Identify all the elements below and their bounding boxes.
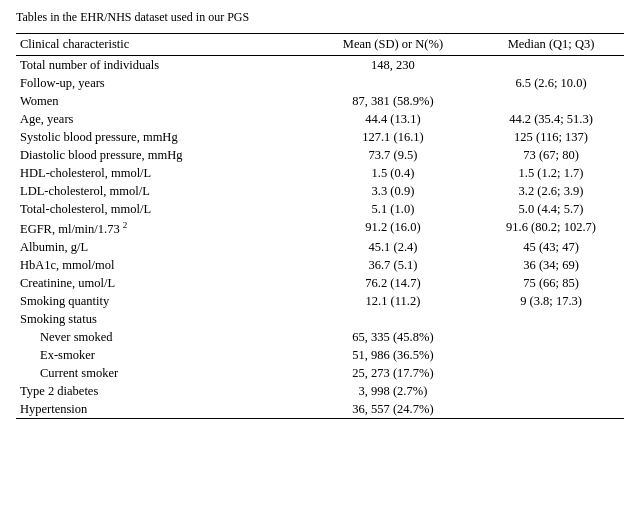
cell-mean xyxy=(308,310,478,328)
table-row: Hypertension36, 557 (24.7%) xyxy=(16,400,624,419)
cell-mean: 1.5 (0.4) xyxy=(308,164,478,182)
table-row: Never smoked65, 335 (45.8%) xyxy=(16,328,624,346)
cell-median: 75 (66; 85) xyxy=(478,274,624,292)
cell-median: 6.5 (2.6; 10.0) xyxy=(478,74,624,92)
cell-characteristic: Never smoked xyxy=(16,328,308,346)
table-row: Total number of individuals148, 230 xyxy=(16,56,624,75)
table-row: Creatinine, umol/L76.2 (14.7)75 (66; 85) xyxy=(16,274,624,292)
cell-median: 3.2 (2.6; 3.9) xyxy=(478,182,624,200)
cell-median: 125 (116; 137) xyxy=(478,128,624,146)
cell-mean: 65, 335 (45.8%) xyxy=(308,328,478,346)
cell-characteristic: HDL-cholesterol, mmol/L xyxy=(16,164,308,182)
table-row: Women87, 381 (58.9%) xyxy=(16,92,624,110)
cell-characteristic: Total-cholesterol, mmol/L xyxy=(16,200,308,218)
cell-characteristic: Ex-smoker xyxy=(16,346,308,364)
cell-median: 91.6 (80.2; 102.7) xyxy=(478,218,624,238)
table-row: HDL-cholesterol, mmol/L1.5 (0.4)1.5 (1.2… xyxy=(16,164,624,182)
cell-median: 44.2 (35.4; 51.3) xyxy=(478,110,624,128)
table-header-row: Clinical characteristic Mean (SD) or N(%… xyxy=(16,34,624,56)
cell-median xyxy=(478,328,624,346)
cell-mean: 45.1 (2.4) xyxy=(308,238,478,256)
cell-characteristic: Smoking quantity xyxy=(16,292,308,310)
cell-median: 36 (34; 69) xyxy=(478,256,624,274)
table-row: LDL-cholesterol, mmol/L3.3 (0.9)3.2 (2.6… xyxy=(16,182,624,200)
table-row: Follow-up, years6.5 (2.6; 10.0) xyxy=(16,74,624,92)
cell-mean: 36, 557 (24.7%) xyxy=(308,400,478,419)
cell-characteristic: Women xyxy=(16,92,308,110)
cell-characteristic: LDL-cholesterol, mmol/L xyxy=(16,182,308,200)
cell-characteristic: Systolic blood pressure, mmHg xyxy=(16,128,308,146)
cell-characteristic: Current smoker xyxy=(16,364,308,382)
cell-mean: 25, 273 (17.7%) xyxy=(308,364,478,382)
cell-characteristic: EGFR, ml/min/1.73 2 xyxy=(16,218,308,238)
table-row: Ex-smoker51, 986 (36.5%) xyxy=(16,346,624,364)
cell-median: 5.0 (4.4; 5.7) xyxy=(478,200,624,218)
cell-mean: 127.1 (16.1) xyxy=(308,128,478,146)
cell-median xyxy=(478,346,624,364)
cell-mean: 51, 986 (36.5%) xyxy=(308,346,478,364)
cell-mean: 76.2 (14.7) xyxy=(308,274,478,292)
table-row: Smoking status xyxy=(16,310,624,328)
table-row: EGFR, ml/min/1.73 291.2 (16.0)91.6 (80.2… xyxy=(16,218,624,238)
table-row: Age, years44.4 (13.1)44.2 (35.4; 51.3) xyxy=(16,110,624,128)
table-row: Systolic blood pressure, mmHg127.1 (16.1… xyxy=(16,128,624,146)
cell-median xyxy=(478,364,624,382)
cell-characteristic: Total number of individuals xyxy=(16,56,308,75)
cell-mean: 73.7 (9.5) xyxy=(308,146,478,164)
cell-characteristic: Type 2 diabetes xyxy=(16,382,308,400)
cell-characteristic: Diastolic blood pressure, mmHg xyxy=(16,146,308,164)
cell-mean: 3, 998 (2.7%) xyxy=(308,382,478,400)
cell-characteristic: HbA1c, mmol/mol xyxy=(16,256,308,274)
caption: Tables in the EHR/NHS dataset used in ou… xyxy=(16,10,624,25)
cell-mean: 3.3 (0.9) xyxy=(308,182,478,200)
cell-characteristic: Age, years xyxy=(16,110,308,128)
header-mean: Mean (SD) or N(%) xyxy=(308,34,478,56)
cell-median xyxy=(478,56,624,75)
cell-mean: 36.7 (5.1) xyxy=(308,256,478,274)
cell-mean: 87, 381 (58.9%) xyxy=(308,92,478,110)
table-row: Smoking quantity12.1 (11.2)9 (3.8; 17.3) xyxy=(16,292,624,310)
table-row: HbA1c, mmol/mol36.7 (5.1)36 (34; 69) xyxy=(16,256,624,274)
cell-median xyxy=(478,400,624,419)
cell-median: 45 (43; 47) xyxy=(478,238,624,256)
cell-mean: 148, 230 xyxy=(308,56,478,75)
cell-median: 1.5 (1.2; 1.7) xyxy=(478,164,624,182)
cell-characteristic: Follow-up, years xyxy=(16,74,308,92)
header-median: Median (Q1; Q3) xyxy=(478,34,624,56)
table-row: Type 2 diabetes3, 998 (2.7%) xyxy=(16,382,624,400)
cell-mean: 5.1 (1.0) xyxy=(308,200,478,218)
cell-mean: 91.2 (16.0) xyxy=(308,218,478,238)
clinical-characteristics-table: Clinical characteristic Mean (SD) or N(%… xyxy=(16,33,624,419)
cell-characteristic: Hypertension xyxy=(16,400,308,419)
cell-median: 73 (67; 80) xyxy=(478,146,624,164)
cell-mean: 44.4 (13.1) xyxy=(308,110,478,128)
cell-median: 9 (3.8; 17.3) xyxy=(478,292,624,310)
table-row: Current smoker25, 273 (17.7%) xyxy=(16,364,624,382)
cell-mean xyxy=(308,74,478,92)
cell-mean: 12.1 (11.2) xyxy=(308,292,478,310)
table-row: Total-cholesterol, mmol/L5.1 (1.0)5.0 (4… xyxy=(16,200,624,218)
table-row: Albumin, g/L45.1 (2.4)45 (43; 47) xyxy=(16,238,624,256)
table-row: Diastolic blood pressure, mmHg73.7 (9.5)… xyxy=(16,146,624,164)
cell-median xyxy=(478,310,624,328)
cell-median xyxy=(478,92,624,110)
cell-characteristic: Creatinine, umol/L xyxy=(16,274,308,292)
cell-median xyxy=(478,382,624,400)
header-characteristic: Clinical characteristic xyxy=(16,34,308,56)
cell-characteristic: Smoking status xyxy=(16,310,308,328)
cell-characteristic: Albumin, g/L xyxy=(16,238,308,256)
